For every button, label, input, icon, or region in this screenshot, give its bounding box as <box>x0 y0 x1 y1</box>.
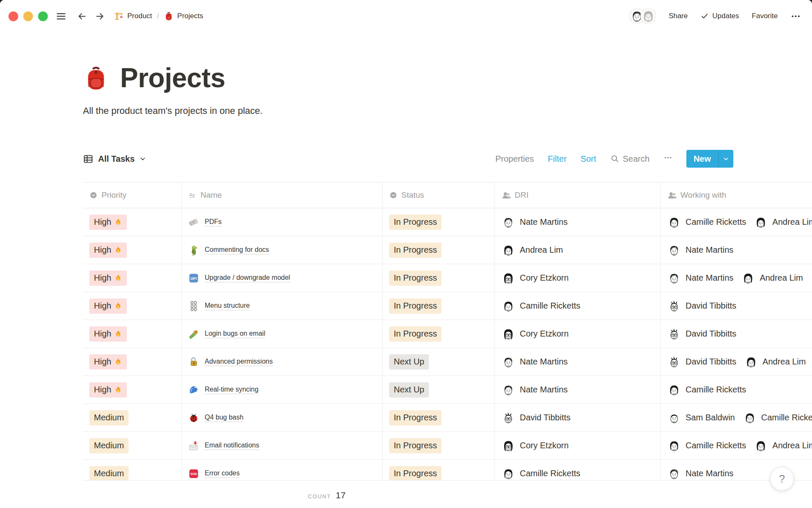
person-chip[interactable]: Camille Ricketts <box>667 215 746 229</box>
person-chip[interactable]: David Tibbitts <box>667 299 736 313</box>
cell-dri[interactable]: Nate Martins <box>495 208 661 236</box>
cell-dri[interactable]: Camille Ricketts <box>495 460 661 480</box>
cell-working-with[interactable]: Sam BaldwinCamille Ricketts <box>661 404 812 431</box>
cell-priority[interactable]: High <box>83 376 182 403</box>
cell-name[interactable]: Menu structure <box>182 292 383 320</box>
filter-button[interactable]: Filter <box>548 154 566 164</box>
person-chip[interactable]: Camille Ricketts <box>667 439 746 453</box>
cell-status[interactable]: In Progress <box>383 320 495 348</box>
cell-dri[interactable]: Cory Etzkorn <box>495 264 661 292</box>
avatar-woman[interactable] <box>641 8 656 24</box>
cell-status[interactable]: Next Up <box>383 348 495 375</box>
cell-name[interactable]: PDFs <box>182 208 383 236</box>
back-button[interactable] <box>76 11 88 22</box>
column-header-priority[interactable]: Priority <box>83 182 182 208</box>
breadcrumb-item-product[interactable]: Product <box>114 11 152 21</box>
cell-status[interactable]: In Progress <box>383 236 495 264</box>
person-chip[interactable]: Nate Martins <box>667 271 733 285</box>
person-chip[interactable]: Camille Ricketts <box>667 383 746 397</box>
cell-working-with[interactable]: Nate Martins <box>661 236 812 264</box>
person-chip[interactable]: Nate Martins <box>501 355 568 369</box>
page-link[interactable]: Email notifications <box>205 442 259 450</box>
person-chip[interactable]: Camille Ricketts <box>501 467 580 481</box>
close-button[interactable] <box>8 11 18 21</box>
cell-dri[interactable]: Nate Martins <box>495 348 661 375</box>
view-switcher-all-tasks[interactable]: All Tasks <box>83 154 146 164</box>
person-chip[interactable]: David Tibbitts <box>667 355 736 369</box>
person-chip[interactable]: Cory Etzkorn <box>501 271 569 285</box>
person-chip[interactable]: Andrea Lim <box>501 243 563 257</box>
column-header-name[interactable]: AaName <box>182 182 383 208</box>
person-chip[interactable]: Andrea Lim <box>754 215 812 229</box>
cell-priority[interactable]: High <box>83 348 182 375</box>
more-button[interactable] <box>790 11 801 22</box>
cell-dri[interactable]: David Tibbitts <box>495 404 661 431</box>
cell-priority[interactable]: High <box>83 236 182 264</box>
person-chip[interactable]: Andrea Lim <box>741 271 803 285</box>
properties-button[interactable]: Properties <box>495 154 534 164</box>
search-button[interactable]: Search <box>610 154 650 164</box>
person-chip[interactable]: Nate Martins <box>667 467 733 481</box>
cell-name[interactable]: Email notifications <box>182 432 383 459</box>
cell-working-with[interactable]: David Tibbitts <box>661 320 812 348</box>
avatar-stack[interactable] <box>629 8 656 24</box>
cell-priority[interactable]: Medium <box>83 432 182 459</box>
cell-name[interactable]: UP!Upgrade / downgrade model <box>182 264 383 292</box>
cell-working-with[interactable]: Camille Ricketts <box>661 376 812 403</box>
toolbar-more-button[interactable] <box>664 153 672 164</box>
cell-status[interactable]: In Progress <box>383 208 495 236</box>
cell-name[interactable]: Advanced permissions <box>182 348 383 375</box>
cell-priority[interactable]: Medium <box>83 460 182 480</box>
person-chip[interactable]: Cory Etzkorn <box>501 327 569 341</box>
cell-working-with[interactable]: Camille RickettsAndrea Lim <box>661 432 812 459</box>
page-link[interactable]: Q4 bug bash <box>205 414 244 422</box>
cell-status[interactable]: In Progress <box>383 292 495 320</box>
column-header-working[interactable]: Working with <box>661 182 812 208</box>
person-chip[interactable]: Andrea Lim <box>754 439 812 453</box>
cell-status[interactable]: In Progress <box>383 264 495 292</box>
page-link[interactable]: Login bugs on email <box>205 330 265 338</box>
page-link[interactable]: Menu structure <box>205 302 250 310</box>
help-button[interactable]: ? <box>770 467 794 491</box>
cell-status[interactable]: In Progress <box>383 432 495 459</box>
cell-priority[interactable]: High <box>83 264 182 292</box>
page-link[interactable]: Commenting for docs <box>205 246 269 254</box>
page-icon-backpack[interactable] <box>83 65 109 93</box>
cell-dri[interactable]: Cory Etzkorn <box>495 320 661 348</box>
page-link[interactable]: Error codes <box>205 469 240 478</box>
page-link[interactable]: Upgrade / downgrade model <box>205 274 290 282</box>
table-count[interactable]: COUNT 17 <box>308 490 346 500</box>
person-chip[interactable]: Nate Martins <box>667 243 733 257</box>
cell-name[interactable]: Login bugs on email <box>182 320 383 348</box>
favorite-button[interactable]: Favorite <box>752 12 778 20</box>
cell-dri[interactable]: Camille Ricketts <box>495 292 661 320</box>
cell-priority[interactable]: Medium <box>83 404 182 431</box>
cell-status[interactable]: In Progress <box>383 460 495 480</box>
sort-button[interactable]: Sort <box>581 154 596 164</box>
person-chip[interactable]: Sam Baldwin <box>667 411 735 425</box>
cell-name[interactable]: SOSError codes <box>182 460 383 480</box>
person-chip[interactable]: Cory Etzkorn <box>501 439 569 453</box>
person-chip[interactable]: Andrea Lim <box>744 355 806 369</box>
cell-working-with[interactable]: David Tibbitts <box>661 292 812 320</box>
minimize-button[interactable] <box>23 11 33 21</box>
person-chip[interactable]: Camille Ricketts <box>743 411 812 425</box>
cell-status[interactable]: Next Up <box>383 376 495 403</box>
cell-name[interactable]: Commenting for docs <box>182 236 383 264</box>
page-link[interactable]: Advanced permissions <box>205 358 273 366</box>
cell-name[interactable]: Q4 bug bash <box>182 404 383 431</box>
cell-status[interactable]: In Progress <box>383 404 495 431</box>
cell-working-with[interactable]: David TibbittsAndrea Lim <box>661 348 812 375</box>
cell-priority[interactable]: High <box>83 208 182 236</box>
person-chip[interactable]: Nate Martins <box>501 383 568 397</box>
share-button[interactable]: Share <box>669 12 688 20</box>
forward-button[interactable] <box>94 11 106 22</box>
sidebar-menu-button[interactable] <box>55 11 67 22</box>
updates-button[interactable]: Updates <box>700 12 739 20</box>
new-button[interactable]: New <box>686 150 718 168</box>
column-header-dri[interactable]: DRI <box>495 182 661 208</box>
page-link[interactable]: Real-time syncing <box>205 386 258 394</box>
cell-priority[interactable]: High <box>83 292 182 320</box>
person-chip[interactable]: Nate Martins <box>501 215 568 229</box>
cell-working-with[interactable]: Nate MartinsAndrea Lim <box>661 264 812 292</box>
